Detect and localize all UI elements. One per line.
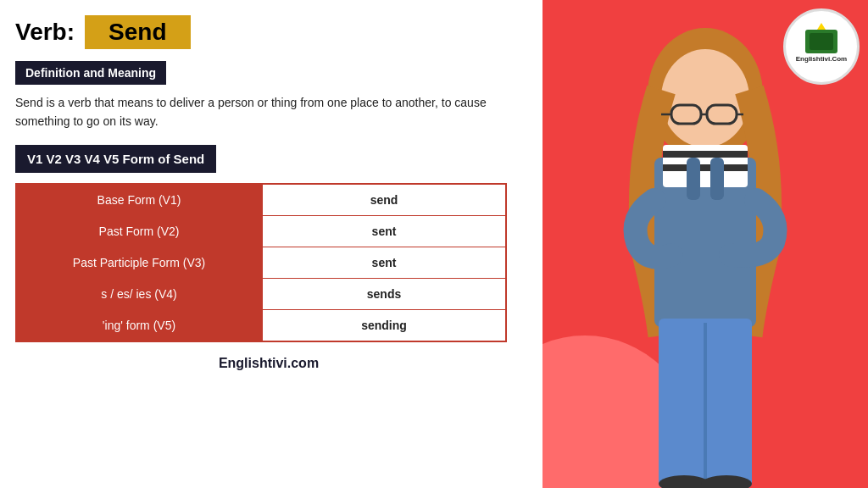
logo-text: Englishtivi.Com [796,55,847,64]
table-row: Past Form (V2)sent [16,215,506,247]
definition-heading: Definition and Meaning [15,61,166,85]
logo-badge: Englishtivi.Com [783,8,860,85]
svg-rect-12 [710,158,724,200]
forms-heading: V1 V2 V3 V4 V5 Form of Send [15,145,216,173]
table-row: Past Participle Form (V3)sent [16,247,506,278]
verb-title: Verb: Send [15,15,522,49]
right-panel: Englishtivi.Com [542,0,868,488]
form-label: 'ing' form (V5) [16,309,262,341]
content-area: Verb: Send Definition and Meaning Send i… [0,0,542,488]
footer-brand: Englishtivi.com [15,356,522,371]
form-value: sent [262,247,506,278]
form-label: Past Participle Form (V3) [16,247,262,278]
form-label: Base Form (V1) [16,184,262,216]
form-value: send [262,184,506,216]
verb-label: Verb: [15,19,75,46]
svg-rect-9 [663,151,748,158]
table-row: s / es/ ies (V4)sends [16,278,506,309]
main-layout: Verb: Send Definition and Meaning Send i… [0,0,868,488]
logo-tv-screen [810,33,833,50]
form-label: s / es/ ies (V4) [16,278,262,309]
svg-point-1 [661,49,749,147]
svg-rect-10 [663,164,748,171]
table-row: Base Form (V1)send [16,184,506,216]
form-value: sending [262,309,506,341]
definition-text: Send is a verb that means to deliver a p… [15,93,522,131]
svg-rect-11 [687,158,700,200]
logo-tv-icon [805,30,837,53]
verb-forms-table: Base Form (V1)sendPast Form (V2)sentPast… [15,183,507,342]
form-value: sent [262,215,506,247]
form-value: sends [262,278,506,309]
table-row: 'ing' form (V5)sending [16,309,506,341]
verb-word-box: Send [85,15,190,49]
form-label: Past Form (V2) [16,215,262,247]
